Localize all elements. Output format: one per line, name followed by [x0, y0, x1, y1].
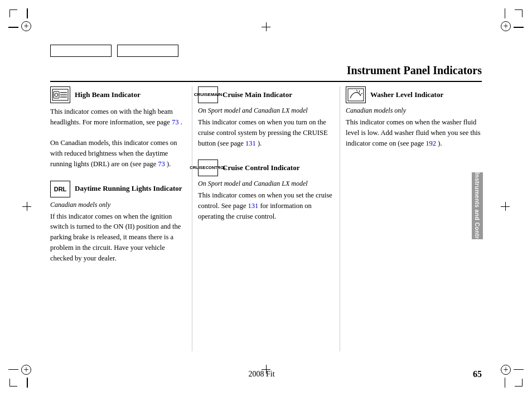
col-3: Washer Level Indicator Canadian models o…: [340, 86, 482, 351]
high-beam-header: High Beam Indicator: [50, 86, 186, 103]
drl-header: DRL Daytime Running Lights Indicator: [50, 181, 186, 197]
link-131b[interactable]: 131: [248, 202, 259, 210]
vline-br: [505, 378, 506, 388]
cruise-main-italic: On Sport model and Canadian LX model: [198, 107, 334, 115]
vline-bl: [27, 378, 28, 388]
drl-section: DRL Daytime Running Lights Indicator Can…: [50, 181, 186, 264]
cruise-main-icon: CRUISE MAIN: [198, 86, 218, 103]
cruise-control-title: Cruise Control Indicator: [223, 163, 299, 173]
tab-rect-1: [50, 45, 112, 57]
side-tab: Instruments and Controls: [472, 172, 483, 239]
washer-italic: Canadian models only: [346, 107, 482, 115]
main-content: High Beam Indicator This indicator comes…: [50, 86, 482, 351]
hline-tl: [8, 27, 18, 28]
reg-mark-bl: [21, 365, 31, 375]
hline-bl: [8, 369, 18, 370]
col-1: High Beam Indicator This indicator comes…: [50, 86, 192, 351]
reg-mark-tr: [501, 21, 511, 31]
drl-icon: DRL: [50, 181, 70, 197]
link-192[interactable]: 192: [425, 139, 436, 147]
reg-mark-br: [501, 365, 511, 375]
title-rule: [50, 81, 482, 82]
tab-rect-2: [117, 45, 178, 57]
cruise-control-icon: CRUISE CONTROL: [198, 160, 218, 176]
high-beam-icon: [50, 86, 70, 103]
cruise-control-italic: On Sport model and Canadian LX model: [198, 180, 334, 188]
svg-line-7: [356, 90, 357, 91]
cruise-control-header: CRUISE CONTROL Cruise Control Indicator: [198, 160, 334, 176]
corner-tl: [9, 9, 17, 17]
cruise-control-body: This indicator comes on when you set the…: [198, 190, 334, 221]
hline-br: [514, 369, 524, 370]
hline-tr: [514, 27, 524, 28]
reg-mark-tl: [21, 21, 31, 31]
washer-header: Washer Level Indicator: [346, 86, 482, 103]
high-beam-section: High Beam Indicator This indicator comes…: [50, 86, 186, 170]
high-beam-body: This indicator comes on with the high be…: [50, 107, 186, 170]
vline-tl: [27, 8, 28, 18]
crosshair-left: [22, 202, 31, 211]
svg-point-2: [55, 93, 58, 96]
page-title: Instrument Panel Indicators: [347, 64, 482, 77]
corner-br: [515, 379, 523, 387]
cruise-main-section: CRUISE MAIN Cruise Main Indicator On Spo…: [198, 86, 334, 148]
link-73b[interactable]: 73: [158, 160, 165, 168]
svg-line-8: [359, 90, 360, 93]
drl-italic: Canadian models only: [50, 201, 186, 209]
washer-section: Washer Level Indicator Canadian models o…: [346, 86, 482, 148]
washer-body: This indicator comes on when the washer …: [346, 117, 482, 148]
vline-tr: [505, 8, 506, 18]
top-tabs: [50, 45, 178, 57]
svg-rect-6: [348, 89, 364, 101]
cruise-main-title: Cruise Main Indicator: [223, 90, 292, 100]
footer: 2008 Fit 65: [50, 369, 482, 379]
cruise-main-body: This indicator comes on when you turn on…: [198, 117, 334, 148]
col-2: CRUISE MAIN Cruise Main Indicator On Spo…: [192, 86, 340, 351]
link-131a[interactable]: 131: [245, 139, 256, 147]
cruise-main-header: CRUISE MAIN Cruise Main Indicator: [198, 86, 334, 103]
svg-line-9: [361, 93, 362, 94]
washer-icon: [346, 86, 366, 103]
washer-title: Washer Level Indicator: [370, 90, 443, 100]
link-73a[interactable]: 73: [172, 118, 179, 126]
side-tab-container: Instruments and Controls: [444, 200, 511, 211]
cruise-control-section: CRUISE CONTROL Cruise Control Indicator …: [198, 160, 334, 221]
crosshair-top: [262, 22, 270, 31]
high-beam-title: High Beam Indicator: [75, 90, 141, 100]
drl-title: Daytime Running Lights Indicator: [75, 184, 182, 194]
footer-center: 2008 Fit: [248, 370, 274, 379]
corner-bl: [9, 379, 17, 387]
footer-page: 65: [473, 369, 482, 379]
drl-body: If this indicator comes on when the igni…: [50, 211, 186, 264]
corner-tr: [515, 9, 523, 17]
